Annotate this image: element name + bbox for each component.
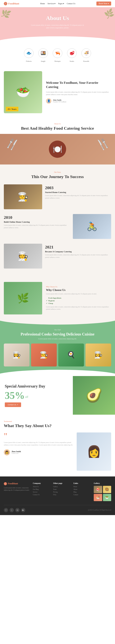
shrimpis-label: Shrimpis [54, 60, 61, 62]
social-twitter[interactable]: t [10, 508, 14, 512]
nav-services[interactable]: Services ▾ [48, 2, 55, 4]
footer: 🍴 FoodHunt Lorem ipsum dolor sit amet, c… [0, 476, 115, 515]
footer-logo-icon: 🍴 [4, 482, 7, 485]
story-item-2003: 👨‍🍳 2003 Started Home Catering Lorem ips… [4, 184, 111, 209]
shrimpis-icon: 🦐 [53, 48, 62, 58]
footer-copyright: @2024 FoodHunt All Right Reserved [88, 509, 111, 511]
footer-link[interactable]: Our Blog [33, 488, 50, 490]
author-info: John Smith Founder Of Foodhunt [53, 99, 66, 103]
story-text-2021: 2021 Became A Company Catering Lorem ips… [45, 244, 111, 259]
story-item-2021: 🧑‍🍳 2021 Became A Company Catering Lorem… [4, 244, 111, 268]
banner-hand-right: 🍴 [94, 135, 111, 153]
why-item-2: ✓ Hygienis [46, 300, 111, 302]
welcome-section: 🥗 25+ Years Welcome To Foodhunt, Your Fa… [0, 66, 115, 118]
hero-title: About Us [8, 15, 107, 22]
footer-link[interactable]: Pricing [53, 491, 71, 493]
why-note: Lorem ipsum dolor sit amet, consectetur … [46, 306, 111, 310]
footer-link[interactable]: Service [33, 491, 50, 493]
chef-card-4: 👩‍🍳 [85, 344, 111, 366]
book-now-button[interactable]: Book Now ▾ [96, 2, 111, 6]
anniversary-percent-block: 35% off [5, 390, 68, 400]
years-badge: 25+ Years [6, 107, 18, 111]
story-desc-2021: Lorem ipsum dolor sit amet, consectetur … [45, 254, 111, 259]
welcome-title: Welcome To Foodhunt, Your Favorite Cater… [46, 81, 111, 89]
logo-icon: 🍴 [4, 2, 7, 5]
steaks-icon: 🥩 [67, 48, 77, 58]
about-title: Best And Healthy Food Catering Service [4, 126, 111, 131]
footer-other-heading: Other page [53, 482, 71, 484]
category-shrimpis[interactable]: 🦐 Shrimpis [53, 48, 62, 62]
steaks-label: Steaks [70, 60, 74, 62]
story-image-2021: 🧑‍🍳 [4, 244, 42, 268]
footer-gallery-heading: Gallery [94, 482, 111, 484]
category-fisheria[interactable]: 🐟 Fisheria [24, 48, 34, 62]
story-event-2021: Became A Company Catering [45, 250, 111, 253]
testimonial-author-role: Client User [12, 452, 21, 454]
footer-other-links: Gallery Team Pricing FAQ [53, 486, 71, 496]
story-text-2003: 2003 Started Home Catering Lorem ipsum d… [45, 184, 111, 200]
social-facebook[interactable]: f [4, 508, 8, 512]
anniversary-off: off [25, 396, 28, 398]
why-text: Why Choose Us Why Choose Us Lorem ipsum … [46, 286, 111, 310]
footer-gallery-col: Gallery 🍣 🥘 🍜 🥗 [94, 482, 111, 501]
story-event-2010: Build Online Home Catering [4, 221, 70, 223]
story-year-2021: 2021 [45, 245, 111, 250]
author-title: Founder Of Foodhunt [53, 101, 66, 103]
footer-link[interactable]: Home [73, 486, 91, 488]
chefs-subtitle: Lorem ipsum dolor sit amet, consectetur … [4, 338, 111, 340]
category-knoodle[interactable]: 🍜 Knoodle [81, 48, 91, 62]
testimonial-content: " Lorem ipsum dolor sit amet, consectetu… [4, 432, 111, 471]
footer-link[interactable]: Contact Us [33, 494, 50, 496]
chefs-grid: 👩‍🍳 👨‍🍳 🍳 👩‍🍳 [4, 344, 111, 366]
nav-home[interactable]: Home [40, 2, 45, 4]
welcome-text: Welcome To Foodhunt, Your Favorite Cater… [46, 81, 111, 104]
footer-bottom: f t in ▶ @2024 FoodHunt All Right Reserv… [4, 508, 111, 512]
why-desc: Lorem ipsum dolor sit amet, consectetur … [46, 293, 111, 295]
story-desc-2010: Lorem ipsum dolor sit amet, consectetur … [4, 224, 70, 229]
chefs-title: Professional Cooks Serving Delicious Cui… [4, 332, 111, 337]
anniversary-percent: 35% [5, 390, 25, 400]
footer-logo: 🍴 FoodHunt [4, 482, 30, 485]
footer-link[interactable]: About Us [33, 486, 50, 488]
social-youtube[interactable]: ▶ [21, 508, 25, 512]
story-image-2010: 🚴 [73, 214, 111, 239]
hero-wave [0, 36, 115, 43]
about-label: About Us [4, 123, 111, 125]
jungki-icon: 🍱 [38, 48, 48, 58]
social-icons: f t in ▶ [4, 508, 25, 512]
testimonial-quote: Lorem ipsum dolor sit amet, consectetur … [4, 441, 74, 446]
footer-link[interactable]: Contact [73, 494, 91, 496]
food-categories: 🐟 Fisheria 🍱 Jungki 🦐 Shrimpis 🥩 Steaks … [0, 43, 115, 66]
testimonial-title: What They Say About Us? [4, 423, 111, 429]
footer-link[interactable]: About [73, 488, 91, 490]
footer-link[interactable]: FAQ [53, 494, 71, 496]
banner-hand-left: 🍴 [4, 135, 21, 153]
footer-links-heading: Links [73, 482, 91, 484]
jungki-label: Jungki [41, 60, 45, 62]
contact-us-button[interactable]: Contact Us ↗ [5, 402, 21, 407]
gallery-thumb-2: 🥘 [103, 486, 111, 493]
category-jungki[interactable]: 🍱 Jungki [38, 48, 48, 62]
story-event-2003: Started Home Catering [45, 191, 111, 193]
testimonial-section: Testimonial What They Say About Us? " Lo… [0, 415, 115, 476]
story-label: Our Story [4, 171, 111, 173]
why-item-3: ✓ Cheap [46, 302, 111, 304]
anniversary-left: Special Anniversary Day 35% off Contact … [0, 376, 73, 415]
story-title: This Our Journey To Success [4, 174, 111, 180]
category-steaks[interactable]: 🥩 Steaks [67, 48, 77, 62]
nav-pages[interactable]: Pages ▾ [58, 2, 64, 4]
gallery-thumb-3: 🍜 [94, 494, 102, 501]
footer-links-list: Home About Blog Contact [73, 486, 91, 496]
footer-link[interactable]: Gallery [53, 486, 71, 488]
footer-other: Other page Gallery Team Pricing FAQ [53, 482, 71, 501]
footer-link[interactable]: Blog [73, 491, 91, 493]
why-image: 🌿 [4, 282, 42, 314]
fisheria-icon: 🐟 [24, 48, 34, 58]
hero-section: 🌿 🌿 About Us Lorem ipsum dolor sit amet,… [0, 7, 115, 43]
chef-card-2: 👨‍🍳 [31, 344, 57, 366]
food-banner: 🍴 🍽️ 🍴 [0, 134, 115, 164]
social-instagram[interactable]: in [15, 508, 20, 512]
nav-contact[interactable]: Contact Us [67, 2, 75, 4]
knoodle-icon: 🍜 [81, 48, 91, 58]
footer-link[interactable]: Team [53, 488, 71, 490]
